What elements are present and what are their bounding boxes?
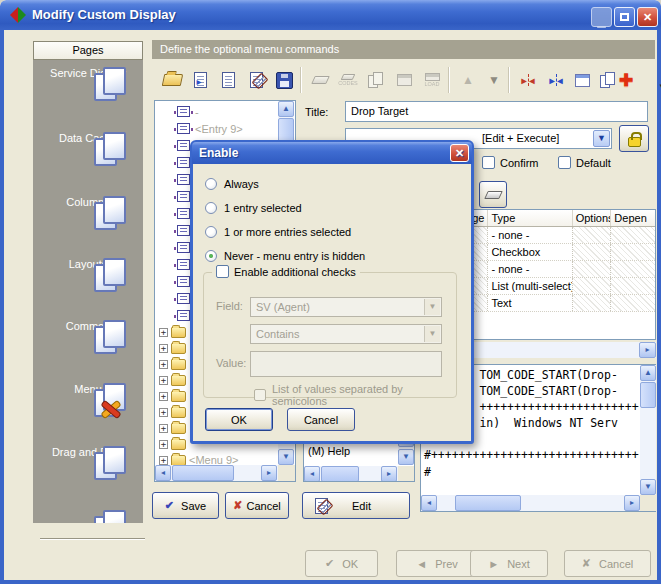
arrows-inward-red-button[interactable]: ▸◂ bbox=[516, 68, 540, 92]
pages-header[interactable]: Pages bbox=[33, 41, 143, 60]
radio-label: Always bbox=[224, 178, 259, 190]
sidebar-item-drag-and-drop[interactable]: Drag and Drop bbox=[33, 445, 143, 458]
expand-plus-icon[interactable]: + bbox=[159, 424, 168, 433]
column-header[interactable]: Depen bbox=[611, 210, 655, 226]
tree-scroll-up-button[interactable]: ▲ bbox=[278, 101, 294, 117]
radio-selected-icon[interactable] bbox=[205, 250, 217, 262]
chevron-down-icon[interactable]: ▼ bbox=[593, 130, 610, 147]
save-toolbar-button[interactable] bbox=[272, 68, 296, 92]
checkbox-icon[interactable] bbox=[482, 156, 495, 169]
minimize-button[interactable]: ▁ bbox=[591, 7, 612, 27]
radio-icon[interactable] bbox=[205, 226, 217, 238]
expand-plus-icon[interactable]: + bbox=[159, 392, 168, 401]
tree-scroll-down-button[interactable]: ▼ bbox=[278, 449, 294, 465]
tree-item-label: <Entry 9> bbox=[195, 123, 243, 135]
edit-label: Edit bbox=[352, 500, 371, 512]
enable-dialog-title-bar[interactable]: Enable ✕ bbox=[192, 142, 472, 164]
expand-plus-icon[interactable]: + bbox=[159, 360, 168, 369]
title-label: Title: bbox=[305, 106, 328, 118]
folder-open-icon bbox=[161, 74, 183, 86]
default-checkbox[interactable]: Default bbox=[558, 156, 611, 169]
dialog-cancel-button[interactable]: Cancel bbox=[287, 408, 355, 431]
list-item[interactable]: (M) Help bbox=[308, 445, 350, 457]
checkbox-icon bbox=[254, 389, 266, 401]
menu-entry-icon bbox=[177, 208, 190, 219]
title-input[interactable]: Drop Target bbox=[345, 101, 648, 122]
help-scroll-down-button[interactable]: ▼ bbox=[398, 449, 414, 465]
dialog-ok-button[interactable]: OK bbox=[205, 408, 273, 431]
app-icon bbox=[10, 7, 26, 23]
cancel-edit-button[interactable]: ✘ Cancel bbox=[225, 492, 289, 519]
close-button[interactable]: ✕ bbox=[637, 7, 658, 27]
code-scroll-left-button[interactable]: ◂ bbox=[421, 495, 437, 511]
column-header[interactable]: Type bbox=[488, 210, 572, 226]
radio-never-hidden[interactable]: Never - menu entry is hidden bbox=[205, 250, 365, 262]
copy-button bbox=[364, 68, 388, 92]
expand-plus-icon[interactable]: + bbox=[159, 328, 168, 337]
dialog-ok-label: OK bbox=[231, 414, 247, 426]
tree-item[interactable]: <Entry 9> bbox=[157, 120, 277, 137]
arrows-inward-blue-button[interactable]: ▸◂ bbox=[544, 68, 568, 92]
code-vscroll-thumb[interactable] bbox=[640, 382, 656, 408]
open-button[interactable] bbox=[160, 68, 184, 92]
radio-one-entry[interactable]: 1 entry selected bbox=[205, 202, 302, 214]
sidebar-item-service-display[interactable]: Service Display bbox=[33, 66, 143, 79]
enable-dialog-close-button[interactable]: ✕ bbox=[450, 144, 469, 162]
radio-always[interactable]: Always bbox=[205, 178, 259, 190]
goto-entry-button[interactable]: ▸ bbox=[188, 68, 212, 92]
pages-list: Service Display Data Cache Columns Layou… bbox=[33, 60, 143, 523]
expand-plus-icon[interactable]: + bbox=[159, 408, 168, 417]
tree-item[interactable]: - bbox=[157, 103, 277, 120]
tree-scroll-left-button[interactable]: ◂ bbox=[155, 465, 171, 481]
sidebar-item-menu[interactable]: Menu bbox=[33, 382, 143, 395]
expand-plus-icon[interactable]: + bbox=[159, 344, 168, 353]
sidebar-item-common[interactable]: Common bbox=[33, 319, 143, 332]
properties-button bbox=[392, 68, 416, 92]
menu-entry-icon bbox=[177, 106, 190, 117]
title-bar[interactable]: Modify Custom Display ▁ ✕ bbox=[0, 0, 661, 30]
maximize-button[interactable] bbox=[614, 7, 635, 27]
code-horizontal-scrollbar[interactable] bbox=[421, 495, 640, 511]
radio-icon[interactable] bbox=[205, 178, 217, 190]
code-scroll-right-button[interactable]: ▸ bbox=[624, 495, 640, 511]
menu-entry-icon bbox=[177, 242, 190, 253]
radio-one-or-more[interactable]: 1 or more entries selected bbox=[205, 226, 351, 238]
menu-entry-icon bbox=[177, 123, 190, 134]
sidebar-item-label: Data Cache bbox=[33, 132, 143, 144]
help-hscroll-thumb[interactable] bbox=[321, 466, 359, 482]
radio-icon[interactable] bbox=[205, 202, 217, 214]
lock-button[interactable] bbox=[619, 125, 649, 152]
expand-plus-icon[interactable]: + bbox=[159, 376, 168, 385]
code-hscroll-thumb[interactable] bbox=[455, 495, 521, 511]
tree-item-label: - bbox=[195, 106, 199, 118]
new-window-button[interactable] bbox=[570, 68, 594, 92]
add-entry-button[interactable]: ✚ bbox=[614, 68, 638, 92]
help-scroll-right-button[interactable]: ▸ bbox=[381, 466, 397, 482]
sidebar-item-data-cache[interactable]: Data Cache bbox=[33, 131, 143, 144]
sidebar-item-columns[interactable]: Columns bbox=[33, 195, 143, 208]
code-scroll-up-button[interactable]: ▲ bbox=[640, 365, 656, 381]
ini-file-button[interactable] bbox=[216, 68, 240, 92]
sidebar-item-layouts[interactable]: Layouts bbox=[33, 257, 143, 270]
table-scroll-right-button[interactable]: ▸ bbox=[639, 342, 656, 358]
save-button[interactable]: ✔ Save bbox=[152, 492, 219, 519]
toolbar-overflow-button[interactable]: »▼ bbox=[642, 63, 655, 89]
save-label: Save bbox=[181, 500, 206, 512]
enable-additional-checks-checkbox[interactable]: Enable additional checks bbox=[212, 265, 360, 278]
confirm-checkbox[interactable]: Confirm bbox=[482, 156, 539, 169]
edit-entry-button[interactable] bbox=[244, 68, 268, 92]
expand-plus-icon[interactable]: + bbox=[159, 440, 168, 449]
edit-button[interactable]: Edit bbox=[302, 492, 410, 519]
operator-value: Contains bbox=[256, 328, 299, 340]
plus-icon: ✚ bbox=[619, 70, 633, 91]
erase-field-button[interactable] bbox=[479, 181, 507, 208]
tree-hscroll-thumb[interactable] bbox=[172, 465, 234, 481]
column-header[interactable]: Options bbox=[573, 210, 612, 226]
folder-icon bbox=[171, 327, 186, 338]
checkbox-icon[interactable] bbox=[558, 156, 571, 169]
code-scroll-down-button[interactable]: ▼ bbox=[640, 479, 656, 495]
help-scroll-left-button[interactable]: ◂ bbox=[304, 466, 320, 482]
expand-plus-icon[interactable]: + bbox=[159, 456, 168, 465]
tree-scroll-right-button[interactable]: ▸ bbox=[261, 465, 277, 481]
checkbox-icon[interactable] bbox=[216, 265, 229, 278]
